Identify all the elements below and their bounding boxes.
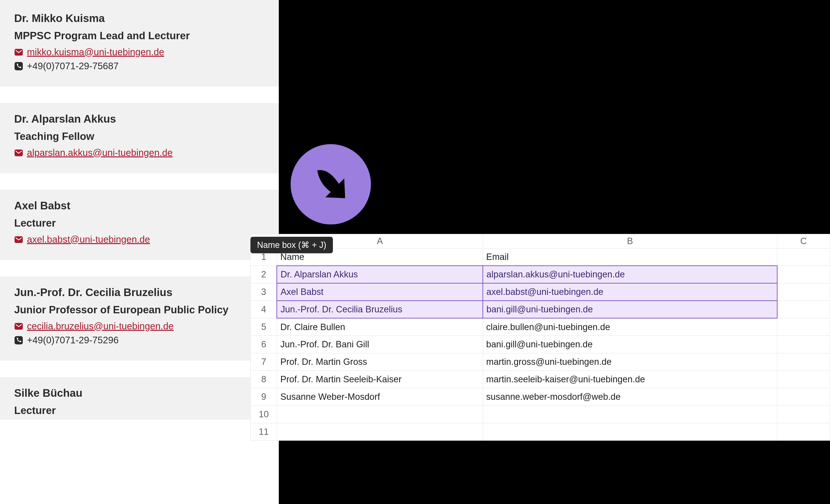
cell-C11[interactable] bbox=[777, 423, 830, 441]
cell-C7[interactable] bbox=[777, 353, 830, 371]
staff-title: Teaching Fellow bbox=[14, 130, 265, 142]
staff-phone-row: +49(0)7071-29-75687 bbox=[14, 61, 265, 71]
sheet-row: 5Dr. Claire Bullenclaire.bullen@uni-tueb… bbox=[251, 318, 830, 336]
cell-C4[interactable] bbox=[777, 301, 830, 318]
staff-title: Junior Professor of European Public Poli… bbox=[14, 304, 265, 316]
cell-B11[interactable] bbox=[483, 423, 777, 441]
staff-phone-row: +49(0)7071-29-75296 bbox=[14, 335, 265, 345]
mail-icon bbox=[14, 322, 23, 331]
staff-name: Dr. Alparslan Akkus bbox=[14, 113, 265, 125]
mail-icon bbox=[14, 235, 23, 244]
cell-A4[interactable]: Jun.-Prof. Dr. Cecilia Bruzelius bbox=[277, 301, 483, 318]
sheet-row: 2Dr. Alparslan Akkusalparslan.akkus@uni-… bbox=[251, 266, 830, 283]
cell-B8[interactable]: martin.seeleib-kaiser@uni-tuebingen.de bbox=[483, 371, 777, 388]
cell-B9[interactable]: susanne.weber-mosdorf@web.de bbox=[483, 388, 777, 406]
sheet-row: 8Prof. Dr. Martin Seeleib-Kaisermartin.s… bbox=[251, 371, 830, 388]
row-header[interactable]: 2 bbox=[251, 266, 277, 283]
staff-email-link[interactable]: alparslan.akkus@uni-tuebingen.de bbox=[27, 148, 173, 158]
cell-C1[interactable] bbox=[777, 248, 830, 266]
staff-card: Dr. Mikko Kuisma MPPSC Program Lead and … bbox=[0, 0, 279, 87]
staff-name: Dr. Mikko Kuisma bbox=[14, 12, 265, 25]
mail-icon bbox=[14, 148, 23, 157]
cell-C5[interactable] bbox=[777, 318, 830, 336]
svg-rect-5 bbox=[14, 336, 23, 344]
svg-rect-1 bbox=[14, 62, 23, 70]
cell-A3[interactable]: Axel Babst bbox=[277, 283, 483, 301]
staff-card: Dr. Alparslan Akkus Teaching Fellow alpa… bbox=[0, 103, 279, 173]
row-header[interactable]: 6 bbox=[251, 336, 277, 353]
sheet-row: 1 Name Email bbox=[251, 248, 830, 266]
staff-title: Lecturer bbox=[14, 405, 265, 416]
row-header[interactable]: 8 bbox=[251, 371, 277, 388]
staff-card: Axel Babst Lecturer axel.babst@uni-tuebi… bbox=[0, 190, 279, 260]
cell-B6[interactable]: bani.gill@uni-tuebingen.de bbox=[483, 336, 777, 353]
name-box-tooltip: Name box (⌘ + J) bbox=[250, 237, 333, 253]
mail-icon bbox=[14, 48, 23, 57]
staff-email-row: cecilia.bruzelius@uni-tuebingen.de bbox=[14, 321, 265, 332]
sheet-grid[interactable]: A B C 1 Name Email 2Dr. Alparslan Akkusa… bbox=[250, 234, 830, 441]
column-header-B[interactable]: B bbox=[483, 234, 777, 248]
staff-name: Silke Büchau bbox=[14, 386, 265, 399]
cell-B2[interactable]: alparslan.akkus@uni-tuebingen.de bbox=[483, 266, 777, 283]
staff-title: Lecturer bbox=[14, 217, 265, 229]
sheet-row: 7Prof. Dr. Martin Grossmartin.gross@uni-… bbox=[251, 353, 830, 371]
column-header-row: A B C bbox=[251, 234, 830, 248]
cell-A10[interactable] bbox=[277, 406, 483, 423]
phone-icon bbox=[14, 336, 23, 345]
staff-email-row: alparslan.akkus@uni-tuebingen.de bbox=[14, 148, 265, 158]
cell-B4[interactable]: bani.gill@uni-tuebingen.de bbox=[483, 301, 777, 318]
spreadsheet[interactable]: A B C 1 Name Email 2Dr. Alparslan Akkusa… bbox=[250, 234, 830, 441]
staff-email-link[interactable]: axel.babst@uni-tuebingen.de bbox=[27, 234, 150, 245]
sheet-row: 3Axel Babstaxel.babst@uni-tuebingen.de bbox=[251, 283, 830, 301]
row-header[interactable]: 10 bbox=[251, 406, 277, 423]
cell-B3[interactable]: axel.babst@uni-tuebingen.de bbox=[483, 283, 777, 301]
sheet-row: 6Jun.-Prof. Dr. Bani Gillbani.gill@uni-t… bbox=[251, 336, 830, 353]
cell-A6[interactable]: Jun.-Prof. Dr. Bani Gill bbox=[277, 336, 483, 353]
sheet-row: 9Susanne Weber-Mosdorfsusanne.weber-mosd… bbox=[251, 388, 830, 406]
cell-B10[interactable] bbox=[483, 406, 777, 423]
cell-A11[interactable] bbox=[277, 423, 483, 441]
cell-C6[interactable] bbox=[777, 336, 830, 353]
staff-email-link[interactable]: cecilia.bruzelius@uni-tuebingen.de bbox=[27, 321, 174, 332]
staff-email-link[interactable]: mikko.kuisma@uni-tuebingen.de bbox=[27, 47, 164, 57]
staff-email-row: axel.babst@uni-tuebingen.de bbox=[14, 234, 265, 245]
phone-icon bbox=[14, 62, 23, 71]
staff-email-row: mikko.kuisma@uni-tuebingen.de bbox=[14, 47, 265, 57]
staff-list-panel: Dr. Mikko Kuisma MPPSC Program Lead and … bbox=[0, 0, 279, 504]
row-header[interactable]: 7 bbox=[251, 353, 277, 371]
cell-B5[interactable]: claire.bullen@uni-tuebingen.de bbox=[483, 318, 777, 336]
cell-A8[interactable]: Prof. Dr. Martin Seeleib-Kaiser bbox=[277, 371, 483, 388]
cell-B1[interactable]: Email bbox=[483, 248, 777, 266]
sheet-row: 10 bbox=[251, 406, 830, 423]
cell-A9[interactable]: Susanne Weber-Mosdorf bbox=[277, 388, 483, 406]
column-header-C[interactable]: C bbox=[777, 234, 830, 248]
cell-C10[interactable] bbox=[777, 406, 830, 423]
row-header[interactable]: 11 bbox=[251, 423, 277, 441]
cell-C3[interactable] bbox=[777, 283, 830, 301]
staff-name: Jun.-Prof. Dr. Cecilia Bruzelius bbox=[14, 286, 265, 299]
cell-B7[interactable]: martin.gross@uni-tuebingen.de bbox=[483, 353, 777, 371]
cell-C9[interactable] bbox=[777, 388, 830, 406]
row-header[interactable]: 5 bbox=[251, 318, 277, 336]
staff-card: Silke Büchau Lecturer bbox=[0, 377, 279, 420]
cell-C8[interactable] bbox=[777, 371, 830, 388]
staff-phone: +49(0)7071-29-75296 bbox=[27, 335, 119, 345]
cell-A5[interactable]: Dr. Claire Bullen bbox=[277, 318, 483, 336]
staff-title: MPPSC Program Lead and Lecturer bbox=[14, 30, 265, 41]
sheet-row: 4Jun.-Prof. Dr. Cecilia Bruzeliusbani.gi… bbox=[251, 301, 830, 318]
cell-A7[interactable]: Prof. Dr. Martin Gross bbox=[277, 353, 483, 371]
sheet-row: 11 bbox=[251, 423, 830, 441]
row-header[interactable]: 9 bbox=[251, 388, 277, 406]
staff-name: Axel Babst bbox=[14, 199, 265, 212]
cell-A2[interactable]: Dr. Alparslan Akkus bbox=[277, 266, 483, 283]
staff-card: Jun.-Prof. Dr. Cecilia Bruzelius Junior … bbox=[0, 277, 279, 360]
cell-C2[interactable] bbox=[777, 266, 830, 283]
arrow-down-right-icon bbox=[308, 161, 353, 207]
row-header[interactable]: 4 bbox=[251, 301, 277, 318]
staff-phone: +49(0)7071-29-75687 bbox=[27, 61, 119, 71]
arrow-badge bbox=[291, 144, 371, 224]
row-header[interactable]: 3 bbox=[251, 283, 277, 301]
